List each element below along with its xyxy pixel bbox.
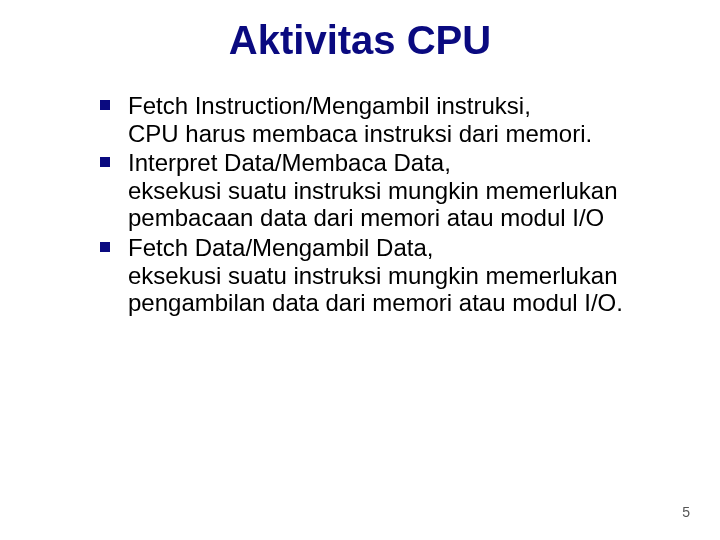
slide-content: Fetch Instruction/Mengambil instruksi, C…	[100, 92, 660, 319]
list-item: Fetch Data/Mengambil Data, eksekusi suat…	[100, 234, 660, 317]
item-heading: Fetch Instruction/Mengambil instruksi,	[128, 92, 660, 120]
bullet-icon	[100, 157, 110, 167]
slide: Aktivitas CPU Fetch Instruction/Mengambi…	[0, 0, 720, 540]
list-item: Fetch Instruction/Mengambil instruksi, C…	[100, 92, 660, 147]
item-heading: Fetch Data/Mengambil Data,	[128, 234, 660, 262]
slide-title: Aktivitas CPU	[0, 18, 720, 63]
page-number: 5	[682, 504, 690, 520]
item-heading: Interpret Data/Membaca Data,	[128, 149, 660, 177]
bullet-icon	[100, 242, 110, 252]
item-description: eksekusi suatu instruksi mungkin memerlu…	[128, 177, 660, 232]
list-item: Interpret Data/Membaca Data, eksekusi su…	[100, 149, 660, 232]
bullet-icon	[100, 100, 110, 110]
item-description: eksekusi suatu instruksi mungkin memerlu…	[128, 262, 660, 317]
item-description: CPU harus membaca instruksi dari memori.	[128, 120, 660, 148]
